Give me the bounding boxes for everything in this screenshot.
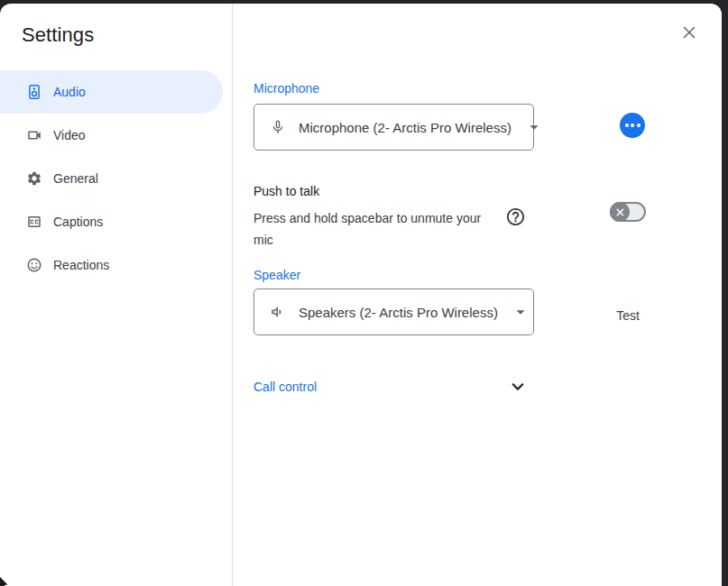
speaker-section-label: Speaker [253, 268, 300, 282]
push-to-talk-description: Press and hold spacebar to unmute your m… [253, 207, 490, 251]
audio-settings-panel: Microphone Microphone (2- Arctis Pro Wir… [0, 4, 722, 586]
call-control-expander[interactable]: Call control [253, 375, 534, 398]
microphone-select[interactable]: Microphone (2- Arctis Pro Wireless) [253, 104, 534, 151]
help-question-icon[interactable] [505, 206, 526, 227]
speaker-select[interactable]: Speakers (2- Arctis Pro Wireless) [253, 288, 534, 335]
test-speaker-button[interactable]: Test [603, 305, 653, 326]
close-button[interactable] [677, 21, 701, 44]
dropdown-caret-icon [511, 302, 530, 322]
volume-icon [270, 304, 286, 320]
microphone-more-options-button[interactable] [620, 113, 645, 138]
microphone-icon [270, 119, 286, 135]
settings-dialog: Settings Audio Video [0, 4, 722, 586]
microphone-section-label: Microphone [253, 81, 319, 96]
microphone-selected-device: Microphone (2- Arctis Pro Wireless) [299, 120, 511, 135]
three-dots-icon [625, 124, 640, 127]
dropdown-caret-icon [524, 117, 544, 137]
chevron-down-icon [507, 376, 529, 398]
toggle-thumb-off-icon [610, 202, 630, 222]
close-icon [679, 23, 699, 42]
push-to-talk-toggle[interactable] [610, 202, 646, 222]
call-control-label: Call control [253, 380, 317, 394]
mouse-cursor [0, 575, 11, 586]
speaker-selected-device: Speakers (2- Arctis Pro Wireless) [299, 305, 498, 320]
push-to-talk-label: Push to talk [253, 184, 319, 198]
